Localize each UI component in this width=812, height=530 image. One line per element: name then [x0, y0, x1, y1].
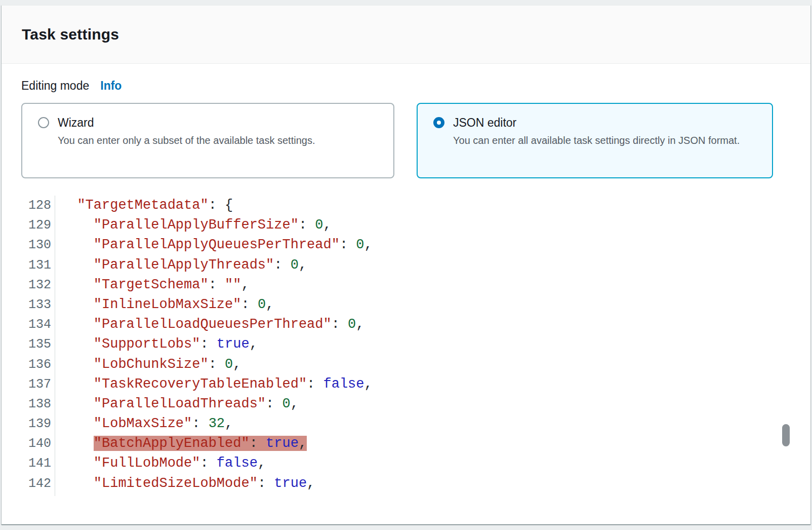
code-editor[interactable]: 128 "TargetMetadata": {129 "ParallelAppl…: [2, 196, 810, 509]
code-line: 133 "InlineLobMaxSize": 0,: [2, 295, 810, 315]
code-text: "FullLobMode": false,: [55, 453, 266, 473]
code-text: "LobChunkSize": 0,: [55, 355, 241, 374]
panel-header: Task settings: [2, 6, 810, 64]
wizard-tile-content: Wizard You can enter only a subset of th…: [58, 115, 315, 177]
code-line: 134 "ParallelLoadQueuesPerThread": 0,: [2, 315, 810, 334]
line-number: 131: [2, 255, 55, 275]
code-line: 139 "LobMaxSize": 32,: [2, 414, 810, 434]
code-text: "ParallelLoadQueuesPerThread": 0,: [55, 315, 364, 334]
code-line: 136 "LobChunkSize": 0,: [2, 355, 810, 374]
line-number: 138: [2, 394, 55, 414]
task-settings-panel: Task settings Editing mode Info Wizard Y…: [2, 5, 810, 524]
code-text: "ParallelApplyQueuesPerThread": 0,: [55, 235, 373, 255]
code-text: "TargetMetadata": {: [55, 196, 233, 215]
wizard-tile-title: Wizard: [58, 115, 315, 130]
code-line: 135 "SupportLobs": true,: [2, 334, 810, 354]
code-line: 131 "ParallelApplyThreads": 0,: [2, 255, 810, 275]
code-line: 142 "LimitedSizeLobMode": true,: [2, 474, 810, 494]
code-text: "ParallelApplyThreads": 0,: [55, 255, 307, 275]
code-text: "TargetSchema": "",: [55, 275, 250, 295]
editing-mode-row: Editing mode Info: [21, 79, 791, 94]
code-text: "SupportLobs": true,: [55, 334, 258, 354]
json-editor-tile-content: JSON editor You can enter all available …: [453, 115, 740, 177]
line-number: 142: [2, 474, 55, 494]
code-text: "BatchApplyEnabled": true,: [55, 434, 307, 453]
code-line: 129 "ParallelApplyBufferSize": 0,: [2, 215, 810, 235]
code-text: "ParallelApplyBufferSize": 0,: [55, 215, 332, 235]
code-text: "LobMaxSize": 32,: [55, 414, 233, 434]
code-line: 137 "TaskRecoveryTableEnabled": false,: [2, 374, 810, 394]
line-number: 134: [2, 315, 55, 334]
line-number: 130: [2, 235, 55, 255]
line-number: 137: [2, 374, 55, 394]
code-line: 140 "BatchApplyEnabled": true,: [2, 434, 810, 453]
editor-scrollbar-thumb[interactable]: [782, 424, 790, 446]
panel-body: Editing mode Info Wizard You can enter o…: [2, 64, 810, 178]
code-text: "InlineLobMaxSize": 0,: [55, 295, 274, 315]
line-number: 133: [2, 295, 55, 315]
line-number: 128: [2, 196, 55, 215]
code-line: 130 "ParallelApplyQueuesPerThread": 0,: [2, 235, 810, 255]
json-editor-tile[interactable]: JSON editor You can enter all available …: [417, 103, 773, 178]
json-editor-tile-description: You can enter all available task setting…: [453, 133, 740, 148]
line-number: 129: [2, 215, 55, 235]
line-number: 136: [2, 355, 55, 374]
line-number: 141: [2, 453, 55, 473]
line-number: 132: [2, 275, 55, 295]
json-editor-tile-title: JSON editor: [453, 115, 740, 130]
line-number: 135: [2, 334, 55, 354]
search-highlight: "BatchApplyEnabled": true,: [94, 436, 307, 451]
line-number: 139: [2, 414, 55, 434]
json-editor-radio[interactable]: [433, 117, 444, 128]
code-text: "TaskRecoveryTableEnabled": false,: [55, 374, 373, 394]
code-text: "LimitedSizeLobMode": true,: [55, 474, 315, 494]
code-line: 128 "TargetMetadata": {: [2, 196, 810, 215]
editing-mode-tiles: Wizard You can enter only a subset of th…: [21, 103, 791, 178]
info-link[interactable]: Info: [100, 79, 121, 93]
code-text: "ParallelLoadThreads": 0,: [55, 394, 299, 414]
wizard-radio[interactable]: [38, 117, 49, 128]
page-title: Task settings: [22, 26, 119, 43]
code-line: 141 "FullLobMode": false,: [2, 453, 810, 473]
code-line: 132 "TargetSchema": "",: [2, 275, 810, 295]
wizard-tile[interactable]: Wizard You can enter only a subset of th…: [21, 103, 394, 178]
editing-mode-label: Editing mode: [21, 79, 89, 93]
line-number: 140: [2, 434, 55, 453]
wizard-tile-description: You can enter only a subset of the avail…: [58, 133, 315, 148]
code-line: 138 "ParallelLoadThreads": 0,: [2, 394, 810, 414]
